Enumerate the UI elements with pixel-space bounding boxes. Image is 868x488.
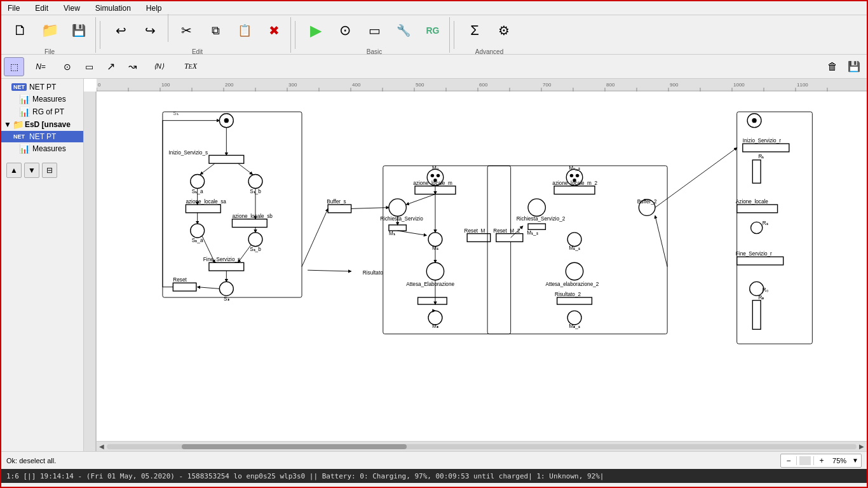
scroll-thumb[interactable] — [182, 444, 407, 449]
sidebar-esd-label: EsD [unsave — [25, 120, 71, 129]
sep1 — [100, 21, 100, 49]
statusbar: Ok: deselect all. − + 75% ▼ — [1, 451, 867, 469]
svg-line-148 — [308, 270, 351, 271]
svg-point-45 — [191, 175, 205, 189]
toolbar-run-btn[interactable]: ▶ — [302, 14, 330, 47]
svg-text:M₀: M₀ — [432, 165, 438, 171]
svg-line-147 — [302, 208, 328, 266]
measures-icon2: 📊 — [19, 144, 30, 154]
zoom-sep2 — [813, 456, 814, 465]
svg-text:azione_locale_sa: azione_locale_sa — [186, 199, 226, 205]
svg-rect-140 — [737, 257, 783, 265]
toolbar-redo-btn[interactable]: ↪ — [136, 14, 164, 47]
svg-text:R₂: R₂ — [763, 220, 768, 226]
sidebar-item-measures2[interactable]: 📊 Measures — [1, 142, 83, 155]
menu-simulation[interactable]: Simulation — [92, 3, 135, 14]
svg-text:Buffer_2: Buffer_2 — [637, 199, 657, 205]
sidebar-remove-btn[interactable]: ⊟ — [42, 163, 57, 178]
tool-save-btn[interactable]: 💾 — [844, 57, 864, 76]
toolbar-graph-btn[interactable]: ⊙ — [331, 14, 359, 47]
toolbar-new-btn[interactable]: 🗋 — [6, 14, 34, 47]
sidebar-down-btn[interactable]: ▼ — [24, 163, 39, 178]
toolbar-advanced-label: Advanced — [475, 48, 503, 55]
zoom-thumb[interactable] — [799, 456, 811, 465]
svg-text:1000: 1000 — [733, 82, 745, 88]
svg-rect-119 — [496, 234, 523, 242]
svg-rect-134 — [752, 160, 761, 184]
zoom-minus-btn[interactable]: − — [783, 456, 794, 466]
toolbar-rg-btn[interactable]: RG — [419, 14, 447, 47]
tool-inhibitor-btn[interactable]: ↝ — [122, 57, 142, 76]
sidebar-item-net-pt2-label: NET PT — [29, 132, 56, 141]
tool-place-btn[interactable]: ⊙ — [57, 57, 78, 76]
svg-rect-79 — [389, 225, 406, 231]
svg-point-108 — [576, 174, 579, 177]
sidebar-item-net-pt-label: NET PT — [29, 83, 56, 92]
svg-line-98 — [406, 194, 435, 205]
svg-line-101 — [398, 231, 427, 235]
tool-tex-btn[interactable]: TEX — [175, 57, 206, 76]
toolbar-delete-btn[interactable]: ✖ — [260, 14, 288, 47]
sidebar-up-btn[interactable]: ▲ — [6, 163, 22, 178]
sidebar-esd-folder[interactable]: ▼ 📁 EsD [unsave — [1, 118, 83, 131]
menu-edit[interactable]: Edit — [31, 3, 52, 14]
toolbar-edit-label: Edit — [192, 48, 203, 55]
svg-text:Buffer_s: Buffer_s — [327, 199, 346, 205]
svg-rect-132 — [743, 144, 789, 152]
sidebar-item-net-pt[interactable]: NET NET PT — [1, 81, 83, 93]
zoom-dropdown-icon[interactable]: ▼ — [852, 457, 858, 464]
toolbar-group-basic: ▶ ⊙ ▭ 🔧 RG Basic — [299, 17, 450, 53]
sidebar-item-rg-label: RG of PT — [32, 107, 64, 116]
tool-select-btn[interactable]: ⬚ — [4, 57, 24, 76]
svg-text:0: 0 — [98, 82, 101, 88]
osbar: 1:6 [|] 19:14:14 - (Fri 01 May, 05.2020)… — [1, 469, 867, 483]
menu-help[interactable]: Help — [142, 3, 166, 14]
toolbar-open-btn[interactable]: 📁 — [36, 14, 64, 47]
svg-text:R₃: R₃ — [758, 295, 764, 301]
menu-file[interactable]: File — [4, 3, 24, 14]
svg-point-77 — [389, 199, 406, 216]
toolbar-save-btn[interactable]: 💾 — [65, 14, 93, 47]
tool-arc-btn[interactable]: ↗ — [100, 57, 121, 76]
menu-view[interactable]: View — [60, 3, 84, 14]
svg-text:800: 800 — [606, 82, 615, 88]
rg-icon: 📊 — [19, 107, 30, 117]
svg-point-57 — [191, 224, 205, 238]
toolbar-paste-btn[interactable]: 📋 — [231, 14, 259, 47]
svg-text:Azione_locale: Azione_locale — [736, 199, 769, 205]
tool-transition-btn[interactable]: ▭ — [79, 57, 99, 76]
toolbar-rect-btn[interactable]: ▭ — [360, 14, 388, 47]
sidebar-item-measures1[interactable]: 📊 Measures — [1, 93, 83, 105]
tool-clear-btn[interactable]: 🗑 — [822, 57, 843, 76]
sidebar-item-net-pt2[interactable]: NET NET PT — [1, 131, 83, 142]
toolbar-group-edit: ↩ ↪ ✂ ⧉ 📋 ✖ Edit — [104, 17, 291, 53]
sidebar-item-rg[interactable]: 📊 RG of PT — [1, 105, 83, 118]
tool-neq-btn[interactable]: N= — [25, 57, 56, 76]
scroll-right-btn[interactable]: ▶ — [859, 443, 864, 450]
toolbar-adv-btn[interactable]: ⚙ — [490, 14, 518, 47]
zoom-plus-btn[interactable]: + — [817, 456, 827, 466]
svg-line-66 — [238, 245, 251, 262]
scroll-track[interactable] — [107, 444, 857, 449]
svg-rect-63 — [209, 262, 244, 271]
toolbar-undo-btn[interactable]: ↩ — [107, 14, 135, 47]
tool-label-btn[interactable]: ⟨N⟩ — [144, 57, 174, 76]
svg-text:M₁: M₁ — [389, 231, 395, 236]
diagram-canvas[interactable]: Inizio_Servizio_s S₁_a S₁_b azione_local… — [97, 92, 867, 451]
svg-rect-144 — [752, 301, 761, 330]
scroll-left-btn[interactable]: ◀ — [99, 443, 104, 450]
toolbar-tool-btn[interactable]: 🔧 — [390, 14, 417, 47]
svg-text:300: 300 — [288, 82, 297, 88]
sep-edit — [168, 14, 168, 42]
svg-text:200: 200 — [225, 82, 234, 88]
horizontal-scrollbar[interactable]: ◀ ▶ — [97, 441, 867, 451]
svg-rect-90 — [467, 234, 491, 242]
toolbar-sigma-btn[interactable]: Σ — [461, 14, 489, 47]
svg-point-82 — [431, 174, 434, 177]
svg-text:Reset_M: Reset_M — [465, 228, 485, 234]
svg-point-107 — [570, 174, 573, 177]
svg-point-92 — [426, 262, 444, 280]
toolbar-copy-btn[interactable]: ⧉ — [201, 14, 229, 47]
svg-rect-115 — [528, 224, 545, 229]
toolbar-cut-btn[interactable]: ✂ — [172, 14, 200, 47]
